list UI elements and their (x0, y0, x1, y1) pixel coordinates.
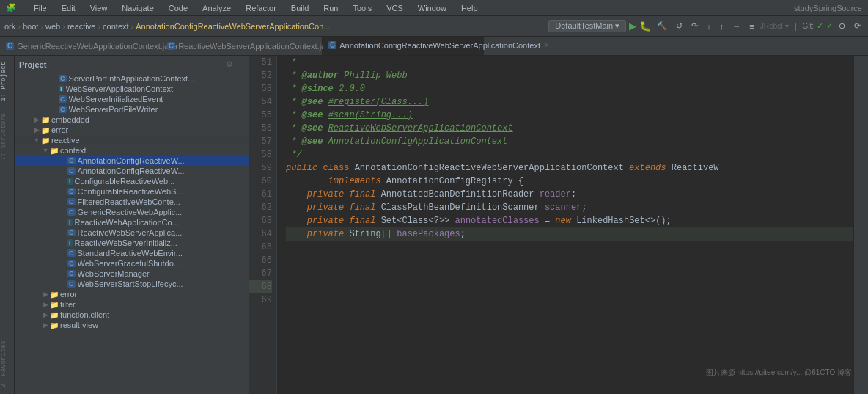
tab-icon-server: C (167, 42, 175, 50)
tree-item-filtered[interactable]: C FilteredReactiveWebConte... (15, 197, 249, 207)
tree-item-annotconfig1[interactable]: C AnnotationConfigReactiveW... (15, 156, 249, 166)
step-over-button[interactable]: ↷ (688, 21, 701, 32)
tree-item-filter[interactable]: ▶ 📁 filter (15, 299, 249, 310)
bc-current-file[interactable]: AnnotationConfigReactiveWebServerApplica… (136, 22, 330, 31)
tree-item-webserverinitialized[interactable]: C WebServerInitializedEvent (15, 94, 249, 104)
tree-item-reactiveinit[interactable]: I ReactiveWebServerInitializ... (15, 238, 249, 248)
tree-item-resultview[interactable]: ▶ 📁 result.view (15, 320, 249, 330)
run-to-cursor-button[interactable]: → (729, 21, 743, 32)
tree-item-manager[interactable]: C WebServerManager (15, 269, 249, 279)
vcs-toolbar-icon[interactable]: | (792, 21, 800, 32)
toolbar-right: DefaultTestMain ▾ ▶ 🐛 🔨 ↺ ↷ ↓ ↑ → ≡ JReb… (548, 20, 864, 32)
bc-boot[interactable]: boot (23, 22, 38, 31)
tree-item-generic[interactable]: C GenericReactiveWebApplic... (15, 207, 249, 217)
menu-vcs[interactable]: VCS (383, 4, 406, 12)
tree-label: AnnotationConfigReactiveW... (78, 167, 185, 175)
tab-close-annotation[interactable]: × (545, 41, 549, 49)
tree-arrow: ▶ (41, 321, 50, 329)
debug-button[interactable]: 🐛 (639, 21, 651, 32)
panel-collapse-icon[interactable]: — (236, 59, 244, 69)
code-line-51: * (286, 56, 853, 69)
tree-item-webserverapplication[interactable]: I WebServerApplicationContext (15, 84, 249, 94)
tree-label: FilteredReactiveWebConte... (78, 197, 180, 206)
git-history-button[interactable]: ⊙ (836, 21, 848, 32)
evaluate-button[interactable]: ≡ (746, 21, 757, 32)
tree-item-reactive[interactable]: ▼ 📁 reactive (15, 135, 249, 145)
class-icon: C (59, 106, 67, 113)
structure-panel-toggle[interactable]: 7: Structure (0, 107, 14, 167)
tree-item-webserverport[interactable]: C WebServerPortFileWriter (15, 104, 249, 114)
interface-icon: I (67, 178, 73, 185)
tree-item-error-top[interactable]: ▶ 📁 error (15, 125, 249, 135)
jrebel-label: JRebel ▾ (760, 22, 789, 30)
project-panel-header: Project ⚙ — (15, 56, 249, 73)
panel-settings-icon[interactable]: ⚙ (226, 59, 233, 69)
tree-label: error (51, 125, 68, 134)
menu-tools[interactable]: Tools (350, 4, 375, 12)
tree-item-configreactive1[interactable]: I ConfigurableReactiveWeb... (15, 176, 249, 186)
tree-item-context[interactable]: ▼ 📁 context (15, 145, 249, 156)
tree-item-annotconfig2[interactable]: C AnnotationConfigReactiveW... (15, 166, 249, 176)
tree-item-configreactive2[interactable]: C ConfigurableReactiveWebS... (15, 186, 249, 197)
tree-item-startstop[interactable]: C WebServerStartStopLifecyc... (15, 279, 249, 289)
bc-web[interactable]: web (45, 22, 60, 31)
menu-code[interactable]: Code (166, 4, 191, 12)
code-line-62: private final AnnotatedBeanDefinitionRea… (286, 188, 853, 201)
menu-file[interactable]: File (31, 4, 50, 12)
git-rollback-button[interactable]: ⟳ (851, 21, 864, 32)
code-line-59: public class AnnotationConfigReactiveWeb… (286, 161, 853, 175)
folder-icon: 📁 (50, 301, 59, 309)
reload-button[interactable]: ↺ (673, 21, 685, 32)
panel-header-icons: ⚙ — (226, 59, 244, 69)
code-content[interactable]: * * @author Phillip Webb * @since 2.0.0 … (277, 56, 853, 394)
code-line-58: */ (286, 148, 853, 161)
run-button[interactable]: ▶ (629, 21, 636, 32)
tree-label: ReactiveWebServerApplica... (78, 228, 183, 237)
folder-icon: 📁 (41, 136, 50, 145)
tree-item-graceful[interactable]: C WebServerGracefulShutdo... (15, 258, 249, 269)
bc-reactive[interactable]: reactive (67, 22, 96, 31)
favorites-panel-toggle[interactable]: 2: Favorites (0, 335, 14, 394)
bc-ork[interactable]: ork (4, 22, 15, 31)
menu-build[interactable]: Build (288, 4, 312, 12)
build-button[interactable]: 🔨 (654, 21, 670, 32)
class-icon: C (67, 229, 76, 236)
tree-item-standardreactive[interactable]: C StandardReactiveWebEnvir... (15, 248, 249, 258)
menu-edit[interactable]: Edit (59, 4, 78, 12)
menu-analyze[interactable]: Analyze (199, 4, 234, 12)
tree-label: embedded (51, 115, 89, 124)
tab-reactive-server[interactable]: C ReactiveWebServerApplicationContext.ja… (161, 37, 323, 55)
menu-refactor[interactable]: Refactor (243, 4, 279, 12)
tree-item-error2[interactable]: ▶ 📁 error (15, 289, 249, 299)
class-icon: C (67, 157, 76, 164)
run-config-selector[interactable]: DefaultTestMain ▾ (548, 20, 626, 32)
menu-help[interactable]: Help (458, 4, 481, 12)
folder-icon: 📁 (50, 147, 59, 155)
step-out-button[interactable]: ↑ (717, 21, 727, 32)
tree-item-reactiveserver[interactable]: C ReactiveWebServerApplica... (15, 227, 249, 238)
class-icon: C (59, 75, 67, 82)
tab-generic-reactive[interactable]: C GenericReactiveWebApplicationContext.j… (0, 37, 161, 55)
app-logo: 🧩 (3, 3, 19, 12)
tree-arrow: ▶ (32, 126, 41, 134)
step-into-button[interactable]: ↓ (704, 21, 714, 32)
git-label: Git: (802, 22, 814, 30)
code-editor[interactable]: 5152535455 5657585960 6162636465 666768 … (249, 56, 853, 394)
reactive-folder-label: reactive (51, 136, 80, 145)
menu-navigate[interactable]: Navigate (119, 4, 156, 12)
bc-context[interactable]: context (103, 22, 128, 31)
tree-item-reactiveweb[interactable]: I ReactiveWebApplicationCo... (15, 217, 249, 227)
tree-label: WebServerPortFileWriter (69, 105, 158, 114)
code-line-54: * @see #register(Class...) (286, 95, 853, 109)
menu-window[interactable]: Window (415, 4, 449, 12)
line-numbers: 5152535455 5657585960 6162636465 666768 … (249, 56, 277, 394)
menu-view[interactable]: View (87, 4, 111, 12)
tree-item-embedded[interactable]: ▶ 📁 embedded (15, 114, 249, 125)
tree-item-functionclient[interactable]: ▶ 📁 function.client (15, 310, 249, 320)
tree-label: GenericReactiveWebApplic... (78, 208, 183, 216)
project-panel-toggle[interactable]: 1: Project (0, 56, 14, 107)
menu-run[interactable]: Run (320, 4, 341, 12)
tree-item-serverportinfo[interactable]: C ServerPortInfoApplicationContext... (15, 73, 249, 84)
tab-annotation-config[interactable]: C AnnotationConfigReactiveWebServerAppli… (323, 37, 484, 55)
tree-label: WebServerManager (78, 269, 150, 278)
